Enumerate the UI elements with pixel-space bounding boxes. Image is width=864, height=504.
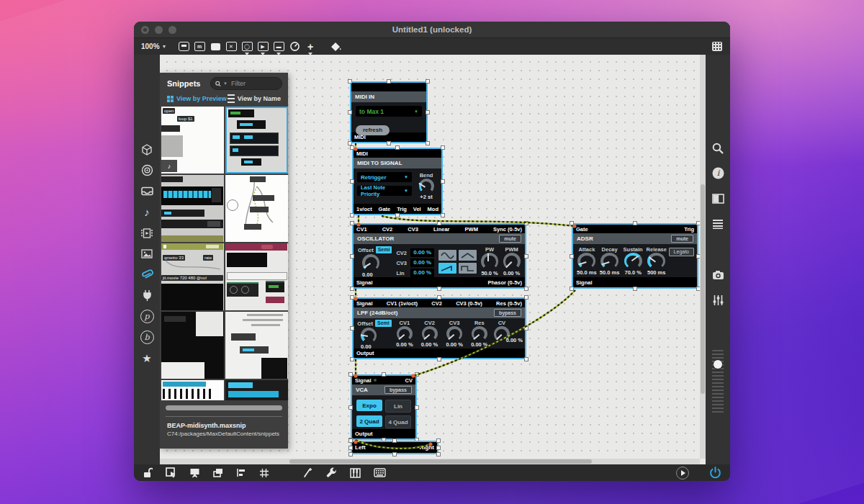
sustain-value[interactable]: 70.0 % [624, 269, 641, 276]
snippet-thumbnail-selected[interactable] [225, 107, 288, 174]
add-object-icon[interactable]: + [305, 41, 317, 52]
number-box-tool-icon[interactable]: ▬ [273, 41, 285, 52]
selection-handle[interactable] [570, 254, 574, 258]
lpf-cv2-knob[interactable] [422, 326, 438, 341]
lpf-offset-knob[interactable] [361, 328, 377, 343]
selection-handle[interactable] [524, 287, 528, 291]
layers-icon[interactable] [213, 468, 223, 477]
selection-handle[interactable] [415, 405, 419, 410]
selection-handle[interactable] [570, 221, 574, 225]
selection-handle[interactable] [392, 452, 397, 456]
selection-handle[interactable] [350, 357, 354, 361]
selection-handle[interactable] [441, 213, 445, 217]
grid-icon[interactable] [259, 468, 269, 478]
selection-handle[interactable] [350, 254, 354, 258]
presentation-icon[interactable] [189, 467, 200, 478]
selection-handle[interactable] [348, 110, 352, 114]
vca-2quad-button-active[interactable]: 2 Quad [356, 415, 382, 427]
camera-icon[interactable] [711, 268, 725, 282]
filters-icon[interactable] [711, 293, 725, 307]
selection-handle[interactable] [436, 446, 441, 450]
snippets-paperclip-icon[interactable] [140, 268, 154, 282]
sine-wave-button[interactable] [438, 250, 456, 261]
panel-tool-icon[interactable] [178, 41, 190, 52]
selection-handle[interactable] [348, 438, 353, 443]
osc-pwm-value[interactable]: 0.00 % [503, 270, 520, 276]
osc-offset-value[interactable]: 0.00 [362, 271, 392, 278]
attack-value[interactable]: 50.0 ms [577, 269, 597, 276]
vizzie-p-icon[interactable]: p [140, 310, 154, 323]
selection-handle[interactable] [348, 446, 353, 450]
attack-knob[interactable] [577, 253, 595, 269]
snippet-thumbnail-9[interactable] [161, 380, 224, 400]
bend-value[interactable]: +2 st [420, 194, 432, 200]
video-icon[interactable] [140, 226, 154, 240]
decay-knob[interactable] [600, 253, 618, 269]
refresh-button[interactable]: refresh [356, 125, 390, 135]
module-midi-to-signal[interactable]: MIDI MIDI TO SIGNAL Retrigger▼ Last Note… [352, 148, 443, 215]
osc-mute-button[interactable]: mute [499, 235, 521, 243]
selection-handle[interactable] [350, 295, 354, 300]
osc-pwm-knob[interactable] [503, 253, 521, 270]
selection-handle[interactable] [426, 79, 430, 84]
gain-fader[interactable] [712, 350, 724, 415]
vca-lin-button[interactable]: Lin [385, 400, 411, 413]
osc-offset-knob[interactable] [362, 254, 379, 271]
transport-clock-icon[interactable] [289, 41, 301, 52]
selection-handle[interactable] [437, 287, 441, 291]
release-knob[interactable] [647, 253, 665, 269]
selection-handle[interactable] [426, 110, 430, 114]
module-oscillator[interactable]: CV1 CV2 CV3 Linear PWM Sync (0-5v) OSCIL… [352, 223, 526, 289]
bend-knob[interactable] [419, 179, 434, 194]
snippet-thumbnail-6[interactable] [225, 243, 288, 310]
canvas-vertical-scrollbar[interactable] [700, 55, 706, 459]
selection-handle[interactable] [415, 372, 419, 377]
selection-handle[interactable] [395, 213, 400, 217]
note-priority-menu[interactable]: Last Note Priority▼ [357, 186, 412, 196]
beap-b-icon[interactable]: b [140, 330, 154, 344]
snippet-thumbnail-1[interactable]: open loop $1 ♪ [161, 107, 224, 174]
paint-bucket-icon[interactable] [330, 41, 343, 52]
lpf-cv-value[interactable]: 0.00 % [506, 337, 523, 343]
module-adsr[interactable]: Gate Trig ADSR mute Attack 50.0 ms Decay [572, 223, 698, 289]
toggle-tool-icon[interactable]: ✕ [225, 41, 238, 52]
lpf-bypass-button[interactable]: bypass [494, 309, 521, 317]
image-icon[interactable] [140, 247, 154, 261]
selection-handle[interactable] [436, 452, 441, 456]
console-drawer-icon[interactable] [140, 184, 154, 198]
lpf-cv3-knob[interactable] [446, 326, 462, 341]
keyboard-icon[interactable] [374, 468, 386, 477]
selection-handle[interactable] [348, 372, 353, 377]
piano-icon[interactable] [350, 468, 361, 478]
snippets-filter-box[interactable]: ▼ [210, 77, 282, 90]
midi-device-menu[interactable]: to Max 1 ▼ [356, 106, 422, 117]
unlock-icon[interactable] [143, 467, 153, 478]
osc-pw-value[interactable]: 50.0 % [481, 270, 498, 276]
osc-lin-value[interactable]: 0.00 % [410, 269, 434, 277]
selection-handle[interactable] [524, 254, 528, 258]
vca-expo-button-active[interactable]: Expo [356, 400, 382, 411]
list-icon[interactable] [711, 217, 725, 230]
lpf-res-value[interactable]: 0.00 % [471, 341, 487, 348]
selection-handle[interactable] [392, 438, 397, 443]
canvas-horizontal-scrollbar[interactable] [160, 459, 700, 464]
search-icon[interactable] [711, 141, 725, 155]
favorites-star-icon[interactable]: ★ [140, 351, 154, 365]
selection-handle[interactable] [350, 287, 354, 291]
selection-handle[interactable] [348, 79, 352, 84]
snippet-thumbnail-5[interactable]: qmetro 33 rate jit.movie 720 480 @vol [161, 243, 224, 310]
selection-handle[interactable] [348, 452, 353, 456]
module-lpf[interactable]: Signal CV1 (1v/oct) CV2 CV3 (0-5v) Res (… [352, 297, 526, 359]
selection-handle[interactable] [382, 372, 386, 377]
legato-button[interactable]: Legato [669, 248, 694, 256]
align-icon[interactable] [236, 468, 246, 477]
module-midi-in[interactable]: MIDI IN to Max 1 ▼ refresh MIDI [350, 81, 428, 143]
snippet-thumbnail-4[interactable] [225, 175, 288, 242]
module-vca[interactable]: Signal CV VCA bypass Expo Lin 2 Quad 4 Q… [351, 374, 417, 440]
selection-handle[interactable] [524, 295, 528, 300]
playbar-tool-icon[interactable]: ▶ [257, 41, 269, 52]
selection-handle[interactable] [426, 141, 430, 145]
selection-handle[interactable] [350, 326, 354, 330]
selection-handle[interactable] [441, 179, 445, 184]
vca-bypass-button[interactable]: bypass [384, 386, 412, 394]
